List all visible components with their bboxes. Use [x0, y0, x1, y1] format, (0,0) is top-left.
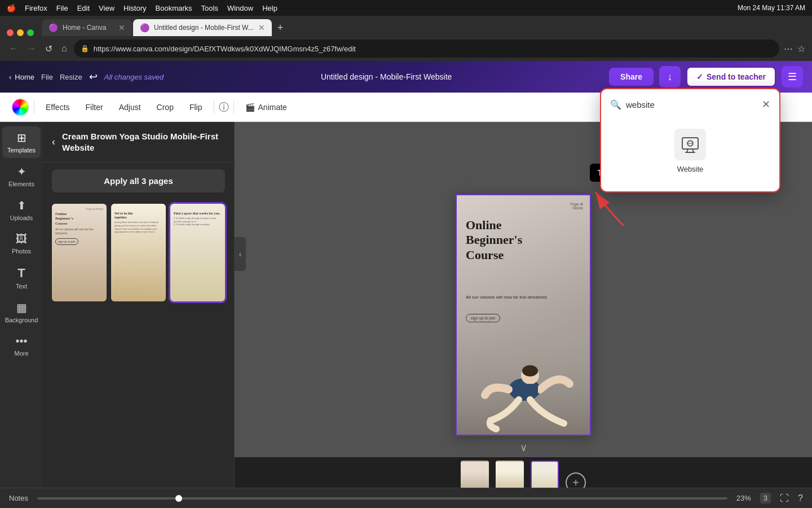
- minimize-traffic-light[interactable]: [17, 29, 24, 36]
- fullscreen-traffic-light[interactable]: [27, 29, 34, 36]
- home-nav-button[interactable]: ⌂: [59, 41, 69, 56]
- zoom-level: 23%: [736, 494, 751, 502]
- design-favicon: 🟣: [140, 23, 149, 32]
- templates-panel: ‹ Cream Brown Yoga Studio Mobile-First W…: [43, 122, 235, 508]
- notes-slider[interactable]: [37, 497, 727, 500]
- share-button[interactable]: Share: [609, 68, 654, 86]
- send-to-teacher-button[interactable]: ✓ Send to teacher: [686, 67, 776, 87]
- templates-icon: ⊞: [17, 131, 27, 144]
- sidebar-item-more[interactable]: ••• More: [2, 330, 41, 361]
- browser-toolbar: ← → ↺ ⌂ 🔒 https://www.canva.com/design/D…: [0, 36, 812, 61]
- animate-icon: 🎬: [245, 103, 255, 112]
- flip-button[interactable]: Flip: [183, 99, 209, 115]
- extensions-btn[interactable]: ⋯: [784, 43, 793, 54]
- fullscreen-button[interactable]: ⛶: [780, 493, 789, 503]
- sidebar-item-elements[interactable]: ✦ Elements: [2, 160, 41, 192]
- tab-close-design[interactable]: ✕: [258, 23, 265, 32]
- firefox-menu[interactable]: Firefox: [25, 4, 47, 12]
- browser-chrome: 🟣 Home - Canva ✕ 🟣 Untitled design - Mob…: [0, 16, 812, 61]
- back-button[interactable]: ←: [7, 41, 20, 56]
- background-icon: ▦: [16, 301, 27, 314]
- help-button[interactable]: ?: [798, 493, 803, 503]
- templates-grid: Yoga at Home OnlineBeginner'sCourse All …: [43, 199, 234, 306]
- uploads-label: Uploads: [10, 214, 33, 221]
- file-nav-button[interactable]: File: [41, 73, 53, 81]
- menubar-right: Mon 24 May 11:37 AM: [738, 4, 805, 12]
- chevron-down-icon[interactable]: ∨: [520, 441, 527, 454]
- tab-close-home[interactable]: ✕: [118, 23, 125, 32]
- resize-button[interactable]: Resize: [60, 73, 82, 81]
- search-close-button[interactable]: ✕: [762, 98, 770, 111]
- sidebar-item-background[interactable]: ▦ Background: [2, 296, 41, 328]
- checkmark-icon: ✓: [696, 72, 703, 81]
- sidebar-item-uploads[interactable]: ⬆ Uploads: [2, 194, 41, 226]
- adjust-button[interactable]: Adjust: [112, 99, 148, 115]
- template-thumb-1[interactable]: Yoga at Home OnlineBeginner'sCourse All …: [52, 204, 107, 301]
- edit-menu[interactable]: Edit: [77, 4, 90, 12]
- animate-button[interactable]: 🎬 Animate: [239, 99, 294, 115]
- template-thumb-2[interactable]: We're in thistogether. During these hard…: [111, 204, 166, 301]
- brand-line2: Home: [570, 206, 584, 210]
- file-menu[interactable]: File: [56, 4, 68, 12]
- history-menu[interactable]: History: [123, 4, 146, 12]
- panel-back-button[interactable]: ‹: [52, 136, 55, 148]
- search-icon: 🔍: [610, 99, 621, 110]
- uploads-icon: ⬆: [17, 199, 27, 212]
- heading-line3: Course: [466, 248, 504, 262]
- browser-tabs: 🟣 Home - Canva ✕ 🟣 Untitled design - Mob…: [0, 16, 812, 36]
- url-display: https://www.canva.com/design/DAEfXTWdkws…: [94, 45, 773, 53]
- home-chevron-icon: ‹: [9, 73, 11, 81]
- close-traffic-light[interactable]: [7, 29, 14, 36]
- slider-thumb[interactable]: [175, 495, 182, 502]
- forward-button[interactable]: →: [25, 41, 38, 56]
- browser-tab-home[interactable]: 🟣 Home - Canva ✕: [42, 19, 132, 36]
- apple-icon[interactable]: 🍎: [7, 4, 16, 12]
- panel-header: ‹ Cream Brown Yoga Studio Mobile-First W…: [43, 122, 234, 163]
- crop-button[interactable]: Crop: [150, 99, 180, 115]
- window-menu[interactable]: Window: [227, 4, 253, 12]
- undo-button[interactable]: ↩: [89, 71, 98, 83]
- canva-favicon: 🟣: [48, 23, 58, 32]
- mac-menubar: 🍎 Firefox File Edit View History Bookmar…: [0, 0, 812, 16]
- header-right: Share ↓ ✓ Send to teacher ☰: [609, 66, 803, 87]
- bookmarks-menu[interactable]: Bookmarks: [156, 4, 192, 12]
- canvas-heading: Online Beginner's Course: [466, 218, 522, 262]
- help-menu[interactable]: Help: [262, 4, 277, 12]
- tab-design-label: Untitled design - Mobile-First W...: [154, 24, 254, 32]
- header-title: Untitled design - Mobile-First Website: [173, 72, 600, 81]
- website-result-icon: [674, 129, 706, 160]
- canvas-frame: Yoga at Home Online Beginner's Course Al…: [456, 194, 591, 436]
- svg-point-3: [522, 365, 538, 376]
- color-picker-button[interactable]: [11, 98, 29, 116]
- browser-tab-design[interactable]: 🟣 Untitled design - Mobile-First W... ✕: [133, 19, 272, 36]
- view-menu[interactable]: View: [99, 4, 114, 12]
- sidebar-item-photos[interactable]: 🖼 Photos: [2, 228, 41, 259]
- tools-menu[interactable]: Tools: [201, 4, 218, 12]
- left-sidebar: ⊞ Templates ✦ Elements ⬆ Uploads 🖼 Photo…: [0, 122, 43, 508]
- photos-label: Photos: [12, 248, 31, 255]
- address-bar[interactable]: 🔒 https://www.canva.com/design/DAEfXTWdk…: [74, 40, 779, 58]
- search-result-website[interactable]: Website: [610, 120, 770, 182]
- animate-label: Animate: [258, 103, 287, 112]
- search-input[interactable]: [626, 100, 757, 110]
- info-button[interactable]: ⓘ: [219, 100, 229, 114]
- more-label: More: [14, 350, 28, 357]
- template-thumb-3[interactable]: Find a space that works for you. 1. If i…: [170, 204, 225, 301]
- effects-button[interactable]: Effects: [39, 99, 77, 115]
- reload-button[interactable]: ↺: [43, 41, 55, 56]
- sidebar-item-text[interactable]: T Text: [2, 261, 41, 294]
- filter-button[interactable]: Filter: [79, 99, 110, 115]
- photos-icon: 🖼: [16, 233, 27, 246]
- bookmark-btn[interactable]: ☆: [797, 43, 805, 54]
- download-button[interactable]: ↓: [659, 66, 681, 87]
- menubar-left: 🍎 Firefox File Edit View History Bookmar…: [7, 4, 277, 12]
- saved-status: All changes saved: [104, 73, 164, 81]
- annotation-arrow: [590, 186, 635, 231]
- new-tab-button[interactable]: +: [273, 20, 288, 36]
- home-button[interactable]: ‹ Home: [9, 73, 34, 81]
- collapse-handle[interactable]: ‹: [235, 237, 246, 271]
- templates-label: Templates: [7, 147, 36, 154]
- more-options-button[interactable]: ☰: [782, 66, 803, 87]
- apply-all-button[interactable]: Apply all 3 pages: [52, 169, 225, 192]
- sidebar-item-templates[interactable]: ⊞ Templates: [2, 126, 41, 158]
